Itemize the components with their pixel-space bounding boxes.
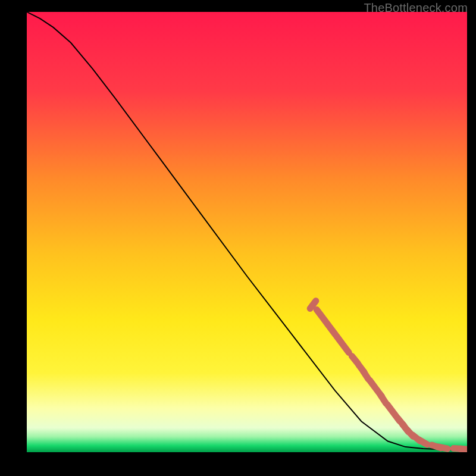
attribution-text: TheBottleneck.com bbox=[364, 1, 468, 15]
data-marker bbox=[460, 449, 467, 449]
plot-area bbox=[27, 12, 467, 452]
bottleneck-curve bbox=[27, 12, 467, 450]
data-marker bbox=[419, 440, 427, 444]
chart-frame: TheBottleneck.com bbox=[0, 0, 476, 476]
chart-svg bbox=[27, 12, 467, 452]
data-markers bbox=[310, 301, 467, 450]
data-marker bbox=[439, 447, 448, 449]
data-marker bbox=[343, 345, 349, 353]
